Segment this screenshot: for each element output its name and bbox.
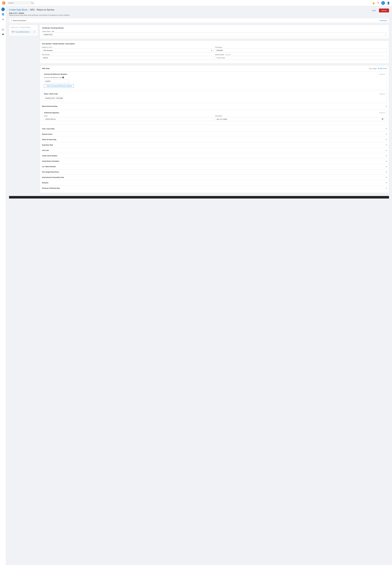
expand-icon: +: [386, 182, 387, 184]
work-performed-expand-icon: +: [386, 105, 387, 107]
expandable-sections: Time / Cycle Data + Remote Issuer + Shel…: [42, 126, 387, 191]
authorized-signatory-required: Required: [379, 112, 385, 114]
model-number-input[interactable]: [215, 56, 387, 60]
expandable-title: Time / Cycle Data: [42, 128, 55, 130]
description-label: Description: [215, 46, 387, 48]
status-work-code-required: Required: [379, 93, 385, 95]
back-button[interactable]: Back: [371, 9, 378, 12]
expandable-row[interactable]: International Commodity Code +: [42, 175, 387, 180]
sidebar-item-arrow[interactable]: [1, 22, 5, 27]
expandable-row[interactable]: Airline Stock Number +: [42, 153, 387, 159]
svg-rect-7: [12, 31, 14, 32]
signatory-description-input[interactable]: [215, 117, 385, 121]
expandable-row[interactable]: Part Usage Restrictions +: [42, 169, 387, 175]
signatory-description-group: Description: [215, 115, 385, 121]
page-header: Create Data Block › ARC - Return to Serv…: [9, 9, 389, 16]
expand-icon: +: [386, 128, 387, 130]
source-banner-left: ℹ Source Document: [11, 19, 26, 21]
sidebar-item-dashboard[interactable]: [1, 12, 5, 16]
svg-rect-3: [2, 13, 3, 14]
description-group: Description: [215, 46, 387, 52]
expandable-title: Lot / Batch Number: [42, 166, 56, 168]
expandable-row[interactable]: Shelf Life Start Date +: [42, 137, 387, 142]
status-work-code-select[interactable]: INSPECTED / TESTED: [44, 96, 64, 100]
asset-panel: Asset List 1 / 1 Assets Ready: [9, 25, 38, 36]
expandable-title: Previous Certificate Data: [42, 187, 60, 189]
certificate-tracking-section: Certificate Tracking Number United State…: [40, 25, 389, 39]
expandable-row[interactable]: Life Limit +: [42, 148, 387, 153]
expand-icon: +: [386, 155, 387, 157]
asset-check-icon: ✓: [34, 31, 35, 33]
copy-link[interactable]: 📋 to Copy: [369, 68, 376, 70]
expand-icon: +: [386, 176, 387, 178]
part-number-row-1: Display on Form Part Number Description: [42, 46, 387, 52]
source-document-label: Source Document: [13, 20, 26, 21]
expandable-title: Remote Issuer: [42, 133, 53, 135]
part-number-group: Part Number: [42, 54, 214, 60]
step-title: Step 4 of 4 - Details: [9, 12, 70, 14]
download-link[interactable]: Download: [379, 20, 387, 21]
help-icon[interactable]: ❓: [377, 2, 379, 4]
asset-panel-header: Asset List 1 / 1 Assets Ready: [11, 27, 36, 28]
sidebar-item-folder[interactable]: [1, 27, 5, 32]
expandable-title: Airline Stock Number: [42, 155, 57, 157]
clear-form-button[interactable]: ■ Clear Form: [378, 68, 387, 70]
customer-id-input[interactable]: [44, 79, 69, 83]
expandable-row[interactable]: Time / Cycle Data +: [42, 126, 387, 131]
asset-list-count: 1 / 1 Assets Ready: [18, 27, 30, 28]
tracking-number-input[interactable]: [42, 33, 387, 37]
expandable-row[interactable]: Remote Issuer +: [42, 131, 387, 137]
expandable-row[interactable]: Lot / Batch Number +: [42, 164, 387, 169]
status-work-code-header: Status / Work Code Required: [44, 93, 385, 95]
expandable-row[interactable]: Remarks +: [42, 180, 387, 186]
tracking-number-wrapper: ×: [42, 33, 387, 37]
expand-icon: +: [386, 160, 387, 162]
display-on-form-select[interactable]: Part Number: [42, 48, 214, 52]
authorized-signatory-header: Authorized Signatory Required: [44, 112, 385, 114]
expandable-row[interactable]: Airworthiness Deviation +: [42, 159, 387, 164]
footer-bar: [9, 196, 389, 199]
clear-icon: ■: [378, 68, 379, 70]
sidebar-item-add[interactable]: +: [1, 7, 5, 12]
sidebar-item-settings[interactable]: [1, 32, 5, 37]
country-label: United States - FAA: [42, 31, 387, 32]
part-number-label: Part Number: [42, 54, 214, 55]
expandable-title: Expiration Date: [42, 144, 53, 146]
authorized-signatory-fields: Name Description: [44, 115, 385, 121]
search-input[interactable]: [8, 2, 31, 4]
more-commercial-ref-button[interactable]: + More Commercial Reference Options: [44, 84, 74, 88]
expandable-row[interactable]: Previous Certificate Data +: [42, 186, 387, 191]
expandable-title: Shelf Life Start Date: [42, 139, 56, 141]
tracking-number-clear-button[interactable]: ×: [385, 34, 386, 36]
navbar: 🔍 🔔 ❓ BA 👤: [0, 0, 392, 6]
user-avatar[interactable]: BA: [381, 1, 385, 5]
description-input[interactable]: [215, 48, 387, 52]
asset-name[interactable]: Trent XWB-84 BICX2: [15, 31, 30, 33]
user-profile-icon[interactable]: 👤: [387, 1, 390, 4]
search-bar[interactable]: 🔍: [7, 1, 35, 4]
expand-icon: +: [386, 139, 387, 141]
part-number-input[interactable]: [42, 56, 214, 60]
sidebar: +: [0, 6, 6, 565]
navbar-right: 🔔 ❓ BA 👤: [372, 1, 390, 5]
asset-list-title: Asset List: [11, 27, 17, 28]
part-number-section: Part Number / Model Number / Description…: [40, 41, 389, 63]
commercial-ref-section: Commercial Reference Numbers Required Cu…: [42, 72, 387, 90]
app-logo[interactable]: [2, 1, 5, 5]
sidebar-item-plane[interactable]: [1, 17, 5, 22]
customer-id-help-icon[interactable]: ?: [62, 77, 64, 78]
display-on-form-group: Display on Form Part Number: [42, 46, 214, 52]
copy-icon: 📋: [369, 68, 371, 70]
svg-rect-4: [3, 13, 4, 14]
add-button[interactable]: +: [1, 8, 5, 11]
work-performed-row[interactable]: Work Performed Data +: [42, 103, 387, 109]
submit-button[interactable]: Submit: [379, 9, 389, 13]
signatory-name-label: Name: [44, 115, 214, 117]
notification-icon[interactable]: 🔔: [372, 2, 375, 4]
breadcrumb-parent[interactable]: Create Data Block: [9, 9, 27, 11]
expandable-row[interactable]: Expiration Date +: [42, 142, 387, 148]
arc-section-header: ARC Data 📋 to Copy ■ Clear Form: [42, 68, 387, 70]
asset-item[interactable]: Trent XWB-84 BICX2 ✓: [11, 30, 36, 34]
signatory-name-input[interactable]: [44, 117, 214, 121]
main-content: Create Data Block › ARC - Return to Serv…: [6, 6, 392, 565]
